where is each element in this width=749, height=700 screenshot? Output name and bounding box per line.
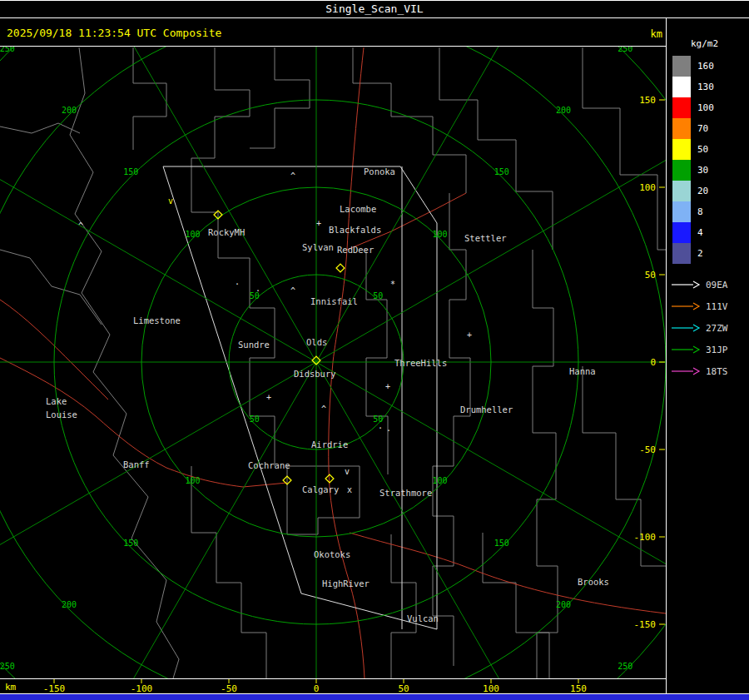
range-ring: [0, 0, 749, 700]
right-axis-label: -100: [634, 532, 657, 543]
city-label: Calgary: [302, 484, 339, 494]
site-id-label: 111V: [706, 301, 728, 312]
site-legend-entry: 18TS: [671, 360, 749, 382]
city-label: Louise: [46, 410, 77, 420]
map-marker: v: [345, 467, 350, 476]
map-marker: ·: [386, 426, 391, 435]
radar-window: 5050505010010010010015015015015020020020…: [0, 0, 749, 700]
map-marker: +: [467, 330, 472, 340]
city-label: Brooks: [578, 577, 609, 587]
city-label: RockyMH: [208, 227, 245, 237]
title-bar: Single_Scan_VIL: [0, 1, 749, 18]
site-id-label: 09EA: [706, 280, 728, 290]
map-marker: ·: [255, 286, 260, 295]
right-axis-label: 150: [639, 95, 656, 106]
right-axis-label: -150: [634, 619, 657, 630]
map-marker: ·: [235, 280, 240, 289]
scale-entry: 8: [672, 201, 749, 222]
ring-distance-label: 50: [373, 291, 383, 300]
scale-entry: 160: [672, 56, 749, 77]
city-label: Drumheller: [460, 405, 513, 415]
city-label: Cochrane: [248, 460, 290, 470]
city-label: Sundre: [238, 340, 270, 350]
map-marker: ^: [290, 286, 295, 295]
bottom-status-bar: [0, 694, 749, 700]
ring-distance-label: 200: [556, 600, 571, 609]
ring-distance-label: 150: [494, 539, 509, 548]
arrow-head: [693, 303, 699, 310]
scale-color-swatch: [672, 139, 691, 160]
site-arrow-icon: [671, 366, 701, 376]
scale-value-label: 2: [697, 248, 703, 259]
vil-color-scale: 16013010070503020842: [672, 56, 749, 264]
city-label: Strathmore: [379, 488, 432, 498]
arrow-head: [693, 325, 699, 331]
scale-value-label: 30: [697, 165, 708, 176]
site-arrow-icon: [671, 323, 701, 333]
scale-value-label: 50: [697, 144, 708, 155]
map-border-bottom: [0, 678, 666, 679]
right-axis-label: -50: [639, 444, 656, 455]
site-id-label: 31JP: [706, 345, 728, 355]
map-marker: +: [316, 219, 321, 228]
site-legend-entry: 27ZW: [671, 317, 749, 339]
window-title: Single_Scan_VIL: [325, 2, 423, 15]
scale-entry: 70: [672, 118, 749, 139]
scale-color-swatch: [672, 201, 691, 222]
arrow-head: [693, 368, 699, 375]
right-axis-label: 50: [645, 270, 656, 280]
site-arrow-icon: [671, 301, 701, 311]
ring-distance-label: 150: [123, 167, 138, 176]
scale-entry: 4: [672, 222, 749, 243]
scale-value-label: 160: [697, 61, 714, 72]
radar-site-legend: 09EA111V27ZW31JP18TS: [671, 274, 749, 382]
ring-distance-label: 200: [62, 600, 77, 609]
city-label: HighRiver: [322, 578, 370, 588]
scale-color-swatch: [672, 77, 691, 97]
city-label: Banff: [123, 459, 150, 469]
map-marker: ^: [78, 221, 83, 231]
scale-color-swatch: [672, 160, 691, 181]
radar-map-canvas[interactable]: 5050505010010010010015015015015020020020…: [0, 0, 749, 700]
scale-value-label: 70: [697, 123, 708, 134]
right-axis-label: 100: [639, 182, 656, 193]
arrow-head: [693, 281, 699, 288]
map-marker: *: [390, 280, 395, 289]
site-id-label: 18TS: [706, 366, 728, 377]
scale-value-label: 8: [697, 206, 703, 217]
scale-color-swatch: [672, 118, 691, 139]
site-arrow-icon: [671, 345, 701, 355]
range-rings-layer: 5050505010010010010015015015015020020020…: [0, 0, 749, 700]
ring-distance-label: 100: [432, 476, 447, 485]
map-marker: ·: [378, 424, 383, 433]
map-marker: v: [168, 196, 173, 206]
city-label: Didsbury: [294, 369, 336, 379]
scale-entry: 50: [672, 139, 749, 160]
city-label: Blackfalds: [329, 225, 381, 235]
site-legend-entry: 111V: [671, 295, 749, 317]
legend-panel: kg/m2 16013010070503020842 09EA111V27ZW3…: [667, 18, 749, 693]
scale-entry: 130: [672, 77, 749, 97]
city-label: Vulcan: [407, 613, 439, 623]
arrow-head: [693, 346, 699, 353]
scale-color-swatch: [672, 222, 691, 243]
city-label: Limestone: [133, 315, 181, 325]
ring-distance-label: 50: [250, 415, 260, 424]
map-border-top: [0, 46, 666, 47]
scale-value-label: 4: [697, 227, 703, 238]
city-label: Okotoks: [314, 549, 350, 559]
ring-distance-label: 200: [62, 106, 77, 115]
city-labels-layer: PonokaLacombeBlackfaldsSylvanRedDeerStet…: [46, 166, 609, 623]
site-legend-entry: 09EA: [671, 274, 749, 295]
scale-value-label: 20: [697, 186, 708, 196]
city-label: Sylvan: [302, 242, 334, 252]
map-marker: ^: [290, 171, 295, 181]
site-arrow-icon: [671, 280, 701, 290]
city-label: Hanna: [569, 366, 596, 376]
scale-entry: 100: [672, 97, 749, 118]
right-axis-unit-label: km: [631, 28, 662, 40]
legend-units-label: kg/m2: [691, 38, 749, 49]
map-marker: +: [385, 382, 390, 391]
map-marker: x: [347, 485, 352, 494]
ring-distance-label: 50: [373, 415, 383, 424]
